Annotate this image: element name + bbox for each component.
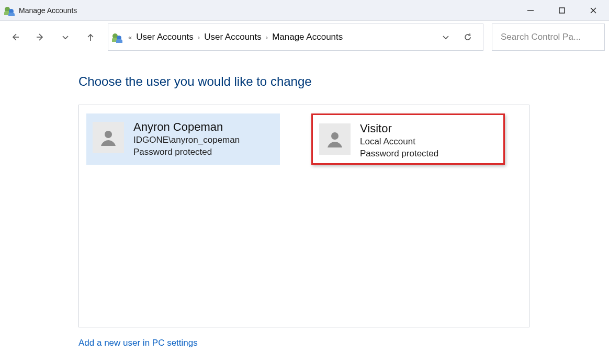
breadcrumb-dropdown-button[interactable]: [435, 26, 457, 48]
breadcrumb-item-0[interactable]: User Accounts: [136, 32, 194, 42]
user-avatar-icon: [319, 123, 351, 155]
breadcrumb-item-2[interactable]: Manage Accounts: [272, 32, 343, 42]
account-password: Password protected: [133, 146, 240, 158]
close-button[interactable]: [578, 0, 609, 21]
back-button[interactable]: [4, 26, 26, 48]
svg-rect-1: [559, 8, 565, 13]
accounts-list: Anyron Copeman IDGONE\anyron_copeman Pas…: [78, 105, 529, 327]
forward-button[interactable]: [29, 26, 51, 48]
account-idline: IDGONE\anyron_copeman: [133, 134, 240, 146]
account-name: Visitor: [360, 122, 438, 135]
add-user-link[interactable]: Add a new user in PC settings: [78, 338, 198, 348]
up-button[interactable]: [80, 26, 102, 48]
account-card[interactable]: Anyron Copeman IDGONE\anyron_copeman Pas…: [86, 113, 280, 165]
breadcrumb-item-1[interactable]: User Accounts: [204, 32, 262, 42]
recent-dropdown-button[interactable]: [54, 26, 76, 48]
minimize-button[interactable]: [515, 0, 546, 21]
svg-point-10: [331, 132, 339, 140]
account-text: Visitor Local Account Password protected: [360, 122, 438, 160]
search-box[interactable]: [492, 24, 605, 51]
account-card[interactable]: Visitor Local Account Password protected: [311, 113, 505, 165]
account-type: Local Account: [360, 136, 438, 148]
account-text: Anyron Copeman IDGONE\anyron_copeman Pas…: [133, 121, 240, 158]
breadcrumb[interactable]: « User Accounts › User Accounts › Manage…: [108, 24, 483, 51]
chevron-right-icon: ›: [262, 33, 272, 41]
breadcrumb-root-chevron[interactable]: «: [124, 33, 136, 41]
refresh-button[interactable]: [457, 26, 479, 48]
svg-point-9: [105, 131, 112, 138]
chevron-right-icon: ›: [194, 33, 204, 41]
account-name: Anyron Copeman: [133, 121, 240, 133]
toolbar: « User Accounts › User Accounts › Manage…: [0, 21, 609, 53]
maximize-button[interactable]: [546, 0, 578, 21]
titlebar: Manage Accounts: [0, 0, 609, 21]
user-avatar-icon: [93, 122, 124, 153]
user-accounts-icon: [111, 32, 124, 42]
page-title: Choose the user you would like to change: [78, 74, 609, 89]
app-icon: [4, 6, 16, 15]
search-input[interactable]: [500, 31, 609, 43]
content-area: Choose the user you would like to change…: [0, 53, 609, 348]
window-title: Manage Accounts: [19, 6, 77, 15]
account-password: Password protected: [360, 148, 438, 160]
